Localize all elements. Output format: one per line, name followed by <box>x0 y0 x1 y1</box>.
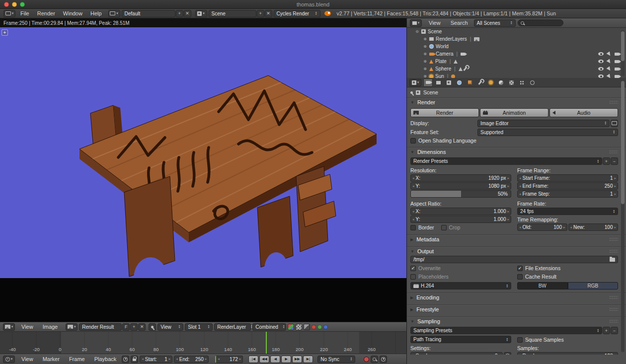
renderability-camera-icon[interactable] <box>615 75 619 78</box>
tab-material[interactable] <box>496 78 506 87</box>
current-frame-field[interactable]: ◂172▸ <box>215 356 243 363</box>
z-buffer-icon[interactable] <box>304 324 310 330</box>
scene-name-field[interactable]: Scene <box>209 10 256 17</box>
render-panel-header[interactable]: ▼ Render <box>410 98 618 107</box>
sync-mode-dropdown[interactable]: No Sync▲▼ <box>317 356 355 363</box>
unlink-image-button[interactable]: ✕ <box>138 323 146 331</box>
tab-particles[interactable] <box>517 78 527 87</box>
timeline-frame-menu[interactable]: Frame <box>65 354 89 364</box>
square-samples-checkbox[interactable] <box>517 337 523 343</box>
preview-range-button[interactable] <box>122 356 129 363</box>
add-preset-button[interactable]: + <box>603 157 610 165</box>
aspect-y-field[interactable]: ◂Y:1.000▸ <box>410 216 511 223</box>
green-channel-icon[interactable] <box>317 325 322 329</box>
osl-checkbox[interactable] <box>410 138 416 144</box>
render-engine-dropdown[interactable]: Cycles Render ▲▼ <box>274 10 320 17</box>
renderability-camera-icon[interactable] <box>615 53 619 56</box>
pin-image-button[interactable] <box>149 323 156 331</box>
browse-scene-button[interactable]: ▾ <box>195 10 207 17</box>
freestyle-panel-header[interactable]: ▶ Freestyle <box>410 305 618 314</box>
seed-field[interactable]: ◂Seed:0▸ <box>410 352 503 355</box>
output-path-field[interactable]: /tmp/ <box>410 256 618 263</box>
bw-toggle[interactable]: BW <box>517 282 568 290</box>
fake-user-button[interactable]: F <box>122 323 130 331</box>
timeline-marker-menu[interactable]: Marker <box>39 354 64 364</box>
outliner-item-renderlayers[interactable]: ⊕ RenderLayers | <box>407 35 626 43</box>
add-scene-button[interactable]: + <box>257 10 264 17</box>
tab-object-data[interactable] <box>486 78 495 87</box>
add-layout-button[interactable]: + <box>176 10 183 17</box>
tab-render[interactable] <box>423 78 433 87</box>
integrator-dropdown[interactable]: Path Tracing▲▼ <box>410 336 511 343</box>
crop-checkbox[interactable] <box>441 225 447 230</box>
blue-channel-icon[interactable] <box>323 325 328 329</box>
record-button[interactable] <box>364 357 369 362</box>
render-result-viewport[interactable]: + <box>0 27 406 278</box>
tab-modifiers[interactable] <box>475 78 485 87</box>
scrollbar-thumb[interactable] <box>621 31 625 61</box>
remove-preset-button[interactable]: − <box>611 157 618 165</box>
feature-set-dropdown[interactable]: Supported▲▼ <box>477 129 618 136</box>
outliner-item-scene[interactable]: ⊖ Scene <box>407 28 626 35</box>
image-editor-type-button[interactable]: ▾ <box>3 323 15 331</box>
outliner-item-camera[interactable]: ⊕ Camera | <box>407 50 626 58</box>
border-checkbox[interactable] <box>410 225 416 230</box>
lock-time-button[interactable] <box>131 356 138 363</box>
expand-icon[interactable]: ⊕ <box>423 67 427 71</box>
file-format-dropdown[interactable]: H.264▲▼ <box>410 282 511 290</box>
dimensions-panel-header[interactable]: ▼ Dimensions <box>410 147 618 156</box>
render-presets-dropdown[interactable]: Render Presets▲▼ <box>410 157 602 165</box>
start-frame-field[interactable]: ◂Start:1▸ <box>140 356 172 363</box>
display-popout-button[interactable] <box>611 120 618 127</box>
selectability-cursor-icon[interactable] <box>606 59 612 64</box>
audio-button[interactable]: Audio <box>549 108 618 117</box>
resolution-x-field[interactable]: ◂X:1920 px▸ <box>410 174 511 182</box>
tab-object[interactable] <box>465 78 474 87</box>
render-pass-dropdown[interactable]: Combined▲▼ <box>252 323 286 331</box>
collapse-icon[interactable]: ⊖ <box>415 29 419 34</box>
encoding-panel-header[interactable]: ▶ Encoding <box>410 293 618 302</box>
timeline-view-menu[interactable]: View <box>17 354 37 364</box>
aspect-x-field[interactable]: ◂X:1.000▸ <box>410 208 511 215</box>
metadata-panel-header[interactable]: ▶ Metadata <box>410 235 618 244</box>
menu-render[interactable]: Render <box>33 9 59 18</box>
prev-keyframe-button[interactable]: ◀◀ <box>259 356 269 363</box>
render-layer-dropdown[interactable]: RenderLayer▲▼ <box>214 323 251 331</box>
remove-preset-button[interactable]: − <box>611 327 618 334</box>
outliner-search-input[interactable] <box>518 19 563 26</box>
frame-rate-dropdown[interactable]: 24 fps▲▼ <box>517 208 618 215</box>
cache-result-checkbox[interactable] <box>517 274 523 280</box>
tab-physics[interactable] <box>528 78 537 87</box>
overwrite-checkbox[interactable] <box>410 266 416 271</box>
expand-icon[interactable]: ⊕ <box>423 44 427 49</box>
color-management-icon[interactable] <box>288 324 294 330</box>
play-reverse-button[interactable]: ◀ <box>270 356 280 363</box>
alpha-channel-icon[interactable] <box>296 324 302 330</box>
keying-set-button[interactable] <box>371 356 378 363</box>
layout-name-field[interactable]: Default <box>122 10 175 17</box>
tab-texture[interactable] <box>507 78 516 87</box>
outliner-editor-type-button[interactable]: ▾ <box>410 19 422 27</box>
timeline-editor-type-button[interactable]: ▾ <box>3 356 15 363</box>
rgb-toggle[interactable]: RGB <box>568 282 619 290</box>
renderability-camera-icon[interactable] <box>615 60 619 63</box>
outliner-item-sphere[interactable]: ⊕ Sphere | <box>407 65 626 73</box>
timeline-playhead[interactable] <box>266 332 267 354</box>
jump-to-end-button[interactable]: ▶| <box>303 356 313 363</box>
tab-render-layers[interactable] <box>434 78 443 87</box>
outliner-scope-dropdown[interactable]: All Scenes▲▼ <box>474 19 516 27</box>
animate-seed-button[interactable] <box>504 352 511 355</box>
next-keyframe-button[interactable]: ▶▶ <box>292 356 302 363</box>
display-dropdown[interactable]: Image Editor▲▼ <box>477 120 610 127</box>
outliner-search-menu[interactable]: Search <box>447 18 472 27</box>
resolution-scale-slider[interactable]: 50% <box>410 190 511 198</box>
end-frame-field[interactable]: ◂End:250▸ <box>174 356 209 363</box>
timeline-playback-menu[interactable]: Playback <box>90 354 121 364</box>
add-preset-button[interactable]: + <box>603 327 610 334</box>
tab-scene[interactable] <box>444 78 454 87</box>
render-button[interactable]: Render <box>410 108 479 117</box>
browse-layout-button[interactable]: ▾ <box>108 10 120 17</box>
properties-editor-type-button[interactable]: ▾ <box>409 79 421 86</box>
menu-window[interactable]: Window <box>59 9 86 18</box>
selectability-cursor-icon[interactable] <box>606 66 612 72</box>
